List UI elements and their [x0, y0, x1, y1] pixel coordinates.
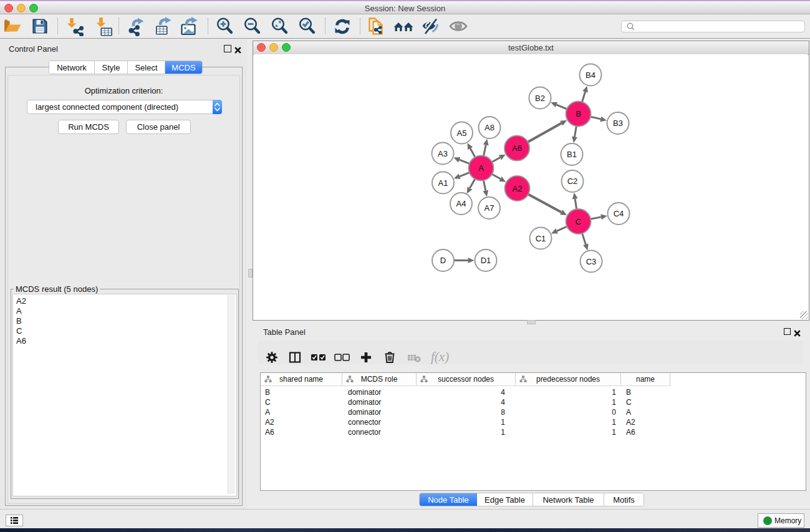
svg-text:A3: A3 — [438, 149, 448, 158]
svg-text:C: C — [576, 217, 581, 226]
svg-text:A8: A8 — [485, 123, 494, 132]
svg-text:B3: B3 — [613, 118, 623, 128]
svg-text:A1: A1 — [438, 178, 448, 188]
svg-text:B2: B2 — [535, 94, 545, 103]
svg-text:C3: C3 — [586, 257, 597, 266]
svg-text:A7: A7 — [485, 203, 494, 213]
svg-text:B1: B1 — [567, 150, 577, 159]
svg-text:A4: A4 — [456, 199, 466, 208]
svg-text:B: B — [576, 109, 581, 118]
svg-text:D: D — [440, 256, 446, 265]
svg-text:C1: C1 — [536, 234, 546, 243]
svg-text:A6: A6 — [512, 143, 522, 153]
svg-text:D1: D1 — [481, 256, 491, 265]
svg-text:C2: C2 — [567, 177, 578, 186]
svg-text:A: A — [478, 163, 484, 173]
svg-text:A2: A2 — [513, 184, 523, 193]
svg-text:B4: B4 — [586, 70, 595, 80]
svg-text:C4: C4 — [614, 209, 624, 218]
svg-text:A5: A5 — [457, 128, 467, 138]
